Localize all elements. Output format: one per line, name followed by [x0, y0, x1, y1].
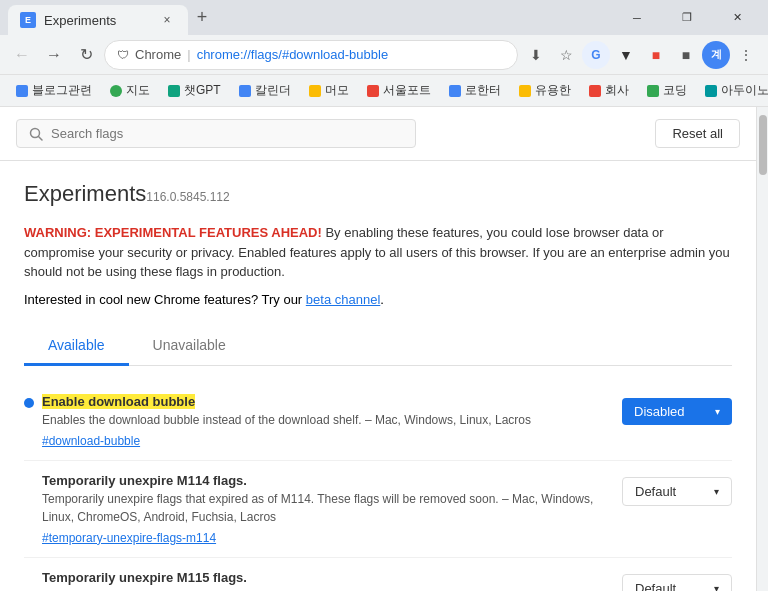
bookmark-favicon: [110, 85, 122, 97]
extension-icon[interactable]: ■: [642, 41, 670, 69]
minimize-button[interactable]: ─: [614, 0, 660, 35]
flag-anchor-link[interactable]: #download-bubble: [42, 434, 140, 448]
restore-button[interactable]: ❐: [664, 0, 710, 35]
bookmarks-bar: 블로그관련 지도 챗GPT 칼린더 머모 서울포트 로한터 유용한 회사 코딩 …: [0, 75, 768, 107]
title-bar: E Experiments × + ─ ❐ ✕: [0, 0, 768, 35]
flag-name-highlighted: Enable download bubble: [42, 394, 195, 409]
back-button[interactable]: ←: [8, 41, 36, 69]
bookmark-favicon: [647, 85, 659, 97]
bookmark-memo[interactable]: 머모: [301, 80, 357, 101]
flag-text: Enable download bubble Enables the downl…: [42, 394, 610, 448]
bookmark-star-icon[interactable]: ☆: [552, 41, 580, 69]
reset-all-button[interactable]: Reset all: [655, 119, 740, 148]
page-title: Experiments: [24, 181, 146, 207]
flag-name: Temporarily unexpire M115 flags.: [42, 570, 610, 585]
tab-unavailable[interactable]: Unavailable: [129, 327, 250, 366]
bookmark-label: 회사: [605, 82, 629, 99]
close-button[interactable]: ✕: [714, 0, 760, 35]
bookmark-blogrelated[interactable]: 블로그관련: [8, 80, 100, 101]
reload-button[interactable]: ↻: [72, 41, 100, 69]
new-tab-button[interactable]: +: [188, 4, 216, 32]
flag-entry: Enable download bubble Enables the downl…: [24, 382, 732, 461]
search-box[interactable]: [16, 119, 416, 148]
toolbar: ← → ↻ 🛡 Chrome | chrome://flags/#downloa…: [0, 35, 768, 75]
flag-name: Temporarily unexpire M114 flags.: [42, 473, 610, 488]
flag-control: Default ▾: [622, 574, 732, 592]
flag-active-dot: [24, 398, 34, 408]
flag-default-select[interactable]: Default ▾: [622, 574, 732, 592]
bookmark-seoulport[interactable]: 서울포트: [359, 80, 439, 101]
flag-entry: Temporarily unexpire M114 flags. Tempora…: [24, 461, 732, 558]
flag-control: Default ▾: [622, 477, 732, 506]
chevron-down-icon: ▾: [714, 583, 719, 592]
version-label: 116.0.5845.112: [146, 190, 229, 204]
forward-button[interactable]: →: [40, 41, 68, 69]
translate-icon[interactable]: G: [582, 41, 610, 69]
bookmark-label: 유용한: [535, 82, 571, 99]
warning-box: WARNING: EXPERIMENTAL FEATURES AHEAD! By…: [24, 223, 732, 282]
bookmark-favicon: [449, 85, 461, 97]
bookmark-useful[interactable]: 유용한: [511, 80, 579, 101]
warning-label: WARNING: EXPERIMENTAL FEATURES AHEAD!: [24, 225, 322, 240]
chevron-down-icon: ▾: [714, 486, 719, 497]
experiments-page: Reset all Experiments 116.0.5845.112 WAR…: [0, 107, 756, 591]
flag-select-label: Default: [635, 581, 676, 592]
bookmark-arduino[interactable]: 아두이노: [697, 80, 768, 101]
tab-close-button[interactable]: ×: [158, 11, 176, 29]
flag-left: Enable download bubble Enables the downl…: [24, 394, 610, 448]
bookmark-label: 아두이노: [721, 82, 768, 99]
address-origin: Chrome: [135, 47, 181, 62]
bookmark-company[interactable]: 회사: [581, 80, 637, 101]
extension2-icon[interactable]: ■: [672, 41, 700, 69]
chevron-down-icon: ▾: [715, 406, 720, 417]
tab-favicon: E: [20, 12, 36, 28]
tab-strip: E Experiments × +: [0, 0, 606, 35]
flag-control: Disabled ▾: [622, 398, 732, 425]
flag-anchor-link[interactable]: #temporary-unexpire-flags-m114: [42, 531, 216, 545]
search-input[interactable]: [51, 126, 403, 141]
flag-entry: Temporarily unexpire M115 flags. Tempora…: [24, 558, 732, 592]
bookmark-label: 블로그관련: [32, 82, 92, 99]
scrollbar[interactable]: [756, 107, 768, 591]
flag-inactive-dot: [24, 574, 34, 584]
bookmark-map[interactable]: 지도: [102, 80, 158, 101]
bookmark-label: 코딩: [663, 82, 687, 99]
flag-left: Temporarily unexpire M114 flags. Tempora…: [24, 473, 610, 545]
flag-description: Enables the download bubble instead of t…: [42, 411, 610, 429]
flags-list: Enable download bubble Enables the downl…: [24, 382, 732, 592]
flag-disabled-select[interactable]: Disabled ▾: [622, 398, 732, 425]
bookmark-coding[interactable]: 코딩: [639, 80, 695, 101]
bookmark-calendar[interactable]: 칼린더: [231, 80, 299, 101]
tab-available[interactable]: Available: [24, 327, 129, 366]
beta-text-row: Interested in cool new Chrome features? …: [24, 292, 732, 307]
tabs-row: Available Unavailable: [24, 327, 732, 366]
flag-text: Temporarily unexpire M115 flags. Tempora…: [42, 570, 610, 592]
address-path: chrome://flags/#download-bubble: [197, 47, 389, 62]
address-separator: |: [187, 47, 190, 62]
profile-icon[interactable]: 계: [702, 41, 730, 69]
flag-select-label: Default: [635, 484, 676, 499]
flag-default-select[interactable]: Default ▾: [622, 477, 732, 506]
bookmark-label: 머모: [325, 82, 349, 99]
scrollbar-thumb[interactable]: [759, 115, 767, 175]
bookmark-favicon: [519, 85, 531, 97]
address-bar[interactable]: 🛡 Chrome | chrome://flags/#download-bubb…: [104, 40, 518, 70]
beta-channel-link[interactable]: beta channel: [306, 292, 380, 307]
page-body: Experiments 116.0.5845.112 WARNING: EXPE…: [0, 161, 756, 591]
bookmark-label: 칼린더: [255, 82, 291, 99]
bookmark-rohan[interactable]: 로한터: [441, 80, 509, 101]
window-controls: ─ ❐ ✕: [606, 0, 768, 35]
bookmark-label: 로한터: [465, 82, 501, 99]
menu-button[interactable]: ⋮: [732, 41, 760, 69]
bookmark-label: 챗GPT: [184, 82, 221, 99]
download-icon[interactable]: ⬇: [522, 41, 550, 69]
bookmark-favicon: [168, 85, 180, 97]
bookmark-favicon: [367, 85, 379, 97]
tab-title: Experiments: [44, 13, 150, 28]
experiments-tab[interactable]: E Experiments ×: [8, 5, 188, 35]
download2-icon[interactable]: ▼: [612, 41, 640, 69]
toolbar-icons: ⬇ ☆ G ▼ ■ ■ 계 ⋮: [522, 41, 760, 69]
search-area: Reset all: [0, 107, 756, 161]
bookmark-favicon: [309, 85, 321, 97]
bookmark-chatgpt[interactable]: 챗GPT: [160, 80, 229, 101]
